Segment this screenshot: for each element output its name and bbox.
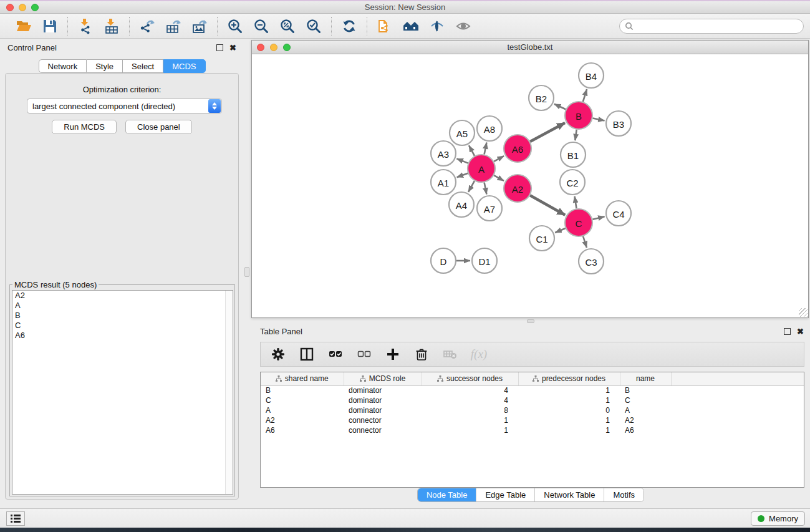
edge-A-A4[interactable]: [468, 181, 475, 192]
refresh-icon[interactable]: [340, 17, 358, 35]
result-scrollbar[interactable]: [225, 291, 233, 494]
table-cell[interactable]: C: [261, 395, 344, 405]
graph-node-A2[interactable]: A2: [504, 175, 531, 202]
window-resize-grip[interactable]: [799, 308, 808, 317]
save-session-icon[interactable]: [41, 17, 59, 35]
table-cell[interactable]: 4: [422, 395, 518, 405]
main-titlebar[interactable]: Session: New Session: [0, 1, 810, 14]
run-mcds-button[interactable]: Run MCDS: [52, 120, 117, 134]
import-table-icon[interactable]: [103, 17, 120, 35]
table-cell[interactable]: C: [620, 395, 671, 405]
close-table-panel-icon[interactable]: ✖: [797, 328, 804, 335]
graph-node-A5[interactable]: A5: [450, 120, 475, 145]
search-input[interactable]: [634, 22, 803, 31]
zoom-out-icon[interactable]: [253, 17, 270, 35]
tab-edge-table[interactable]: Edge Table: [476, 488, 534, 501]
memory-button[interactable]: Memory: [751, 511, 805, 526]
network-graph[interactable]: B4 B2 B B3 B1 C2 A5 A8 A6 A3 A A1 A2: [252, 54, 808, 317]
table-cell[interactable]: 1: [518, 395, 620, 405]
table-cell[interactable]: dominator: [344, 395, 422, 405]
graph-node-B4[interactable]: B4: [579, 63, 604, 88]
table-cell[interactable]: A: [620, 405, 671, 415]
table-row[interactable]: A6connector11A6: [261, 425, 804, 435]
table-cell[interactable]: 1: [518, 425, 620, 435]
table-cell[interactable]: 4: [422, 385, 518, 395]
panel-splitter-handle[interactable]: [244, 267, 249, 277]
close-panel-icon[interactable]: ✖: [229, 44, 236, 51]
table-cell[interactable]: A2: [261, 415, 344, 425]
add-column-icon[interactable]: [385, 347, 400, 362]
table-cell[interactable]: A6: [261, 425, 344, 435]
float-table-panel-icon[interactable]: [784, 328, 791, 335]
table-row[interactable]: Adominator80A: [261, 405, 804, 415]
edge-A-A1[interactable]: [457, 173, 468, 177]
export-table-icon[interactable]: [165, 17, 182, 35]
table-cell[interactable]: A2: [620, 415, 671, 425]
tab-style[interactable]: Style: [87, 59, 123, 73]
close-window-icon[interactable]: [6, 4, 14, 11]
graph-node-A6[interactable]: A6: [504, 135, 531, 162]
column-header-MCDS-role[interactable]: MCDS role: [344, 372, 422, 385]
edge-A-A5[interactable]: [469, 145, 475, 156]
tab-motifs[interactable]: Motifs: [604, 488, 644, 501]
graph-node-C4[interactable]: C4: [606, 201, 631, 226]
edge-C-C1[interactable]: [555, 228, 566, 233]
export-image-icon[interactable]: [191, 17, 208, 35]
zoom-in-icon[interactable]: [226, 17, 244, 35]
table-cell[interactable]: connector: [344, 425, 422, 435]
edge-B-B4[interactable]: [583, 89, 587, 102]
graph-node-B1[interactable]: B1: [561, 142, 586, 167]
split-columns-icon[interactable]: [299, 347, 314, 362]
network-graph-canvas[interactable]: B4 B2 B B3 B1 C2 A5 A8 A6 A3 A A1 A2: [252, 54, 808, 317]
graph-node-B3[interactable]: B3: [606, 111, 631, 136]
column-header-name[interactable]: name: [620, 372, 671, 385]
column-header-predecessor-nodes[interactable]: predecessor nodes: [518, 372, 620, 385]
table-cell[interactable]: 8: [422, 405, 518, 415]
network-minimize-icon[interactable]: [270, 44, 277, 51]
table-row[interactable]: A2connector11A2: [261, 415, 804, 425]
optimization-criterion-dropdown[interactable]: largest connected component (directed): [27, 99, 222, 114]
zoom-selected-icon[interactable]: [305, 17, 322, 35]
export-network-icon[interactable]: [138, 17, 156, 35]
edge-A-A6[interactable]: [494, 156, 504, 162]
import-network-icon[interactable]: [77, 17, 94, 35]
edge-B-B2[interactable]: [554, 104, 566, 110]
edge-A-A8[interactable]: [485, 143, 487, 155]
node-table[interactable]: shared nameMCDS rolesuccessor nodesprede…: [260, 372, 804, 488]
edge-C-C4[interactable]: [592, 216, 604, 220]
graph-node-A3[interactable]: A3: [431, 141, 456, 166]
edge-C-C2[interactable]: [575, 196, 577, 209]
edge-A-A2[interactable]: [494, 175, 504, 181]
settings-icon[interactable]: [271, 347, 286, 362]
zoom-fit-icon[interactable]: [279, 17, 296, 35]
graph-node-A1[interactable]: A1: [431, 170, 456, 195]
show-panels-icon[interactable]: [455, 17, 472, 35]
result-list-item[interactable]: C: [12, 321, 233, 331]
table-cell[interactable]: A: [261, 405, 344, 415]
edge-B-B1[interactable]: [575, 130, 576, 140]
mcds-result-list[interactable]: A2ABCA6: [12, 290, 233, 495]
tab-select[interactable]: Select: [123, 59, 163, 73]
edge-A2-C[interactable]: [530, 195, 565, 215]
edge-A6-B[interactable]: [530, 123, 565, 142]
edge-C-C3[interactable]: [583, 236, 587, 248]
graph-node-B2[interactable]: B2: [529, 85, 554, 110]
network-window-titlebar[interactable]: testGlobe.txt: [252, 41, 808, 54]
result-list-item[interactable]: B: [12, 311, 233, 321]
graph-node-D1[interactable]: D1: [472, 248, 497, 273]
close-panel-button[interactable]: Close panel: [125, 120, 192, 134]
select-all-icon[interactable]: [328, 347, 343, 362]
edge-A-A7[interactable]: [485, 183, 487, 195]
dropdown-stepper-icon[interactable]: [208, 99, 221, 113]
open-session-file-icon[interactable]: [376, 17, 393, 35]
table-cell[interactable]: connector: [344, 415, 422, 425]
column-header-shared-name[interactable]: shared name: [261, 372, 344, 385]
table-cell[interactable]: dominator: [344, 405, 422, 415]
tab-network-table[interactable]: Network Table: [534, 488, 604, 501]
table-row[interactable]: Cdominator41C: [261, 395, 804, 405]
graph-node-D[interactable]: D: [431, 248, 456, 273]
network-zoom-icon[interactable]: [283, 44, 291, 51]
home-icon[interactable]: [402, 17, 420, 35]
delete-column-icon[interactable]: [414, 347, 429, 362]
minimize-window-icon[interactable]: [19, 4, 26, 11]
